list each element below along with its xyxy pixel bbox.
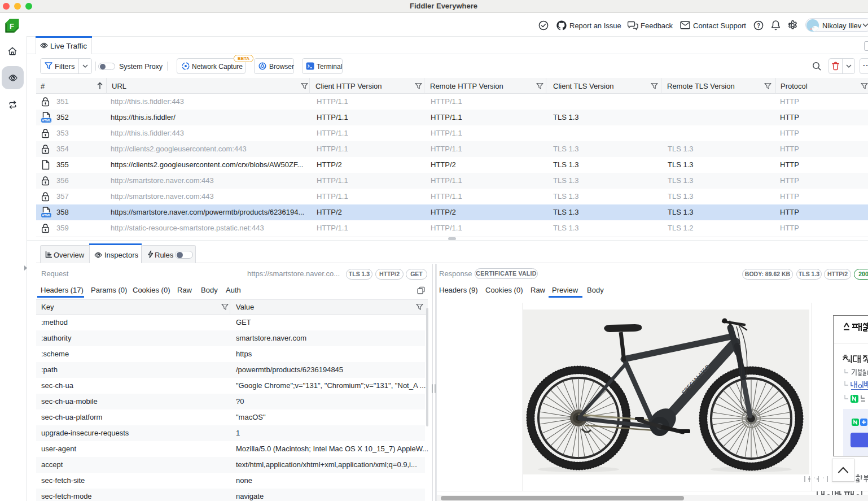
svg-text:?: ?: [757, 23, 760, 29]
svg-text:F: F: [10, 22, 14, 31]
